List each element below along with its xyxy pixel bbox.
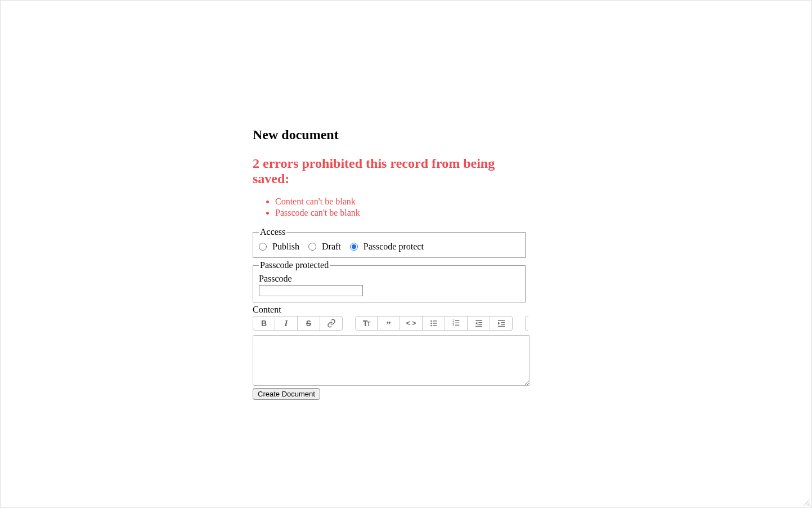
svg-rect-20 xyxy=(498,326,505,327)
italic-button[interactable]: I xyxy=(275,316,298,331)
form-container: New document 2 errors prohibited this re… xyxy=(253,127,531,400)
error-item: Content can't be blank xyxy=(275,197,531,207)
indent-icon xyxy=(497,319,506,328)
svg-rect-18 xyxy=(501,322,505,323)
svg-marker-16 xyxy=(475,322,477,324)
access-legend: Access xyxy=(259,227,286,237)
passcode-legend: Passcode protected xyxy=(259,260,330,270)
access-radio-group: Publish Draft Passcode protect xyxy=(259,240,519,252)
bullet-list-icon xyxy=(429,319,438,328)
link-icon xyxy=(327,319,336,328)
svg-rect-11 xyxy=(455,325,459,326)
bullet-list-button[interactable] xyxy=(423,316,445,331)
bold-icon: B xyxy=(261,319,267,328)
svg-point-4 xyxy=(430,325,432,326)
svg-line-24 xyxy=(808,504,810,506)
svg-rect-7 xyxy=(455,320,459,321)
outdent-button[interactable] xyxy=(468,316,490,331)
svg-rect-5 xyxy=(433,325,437,326)
toolbar-overflow xyxy=(525,316,528,331)
svg-rect-9 xyxy=(455,323,459,323)
svg-rect-13 xyxy=(478,322,482,323)
passcode-fieldset: Passcode protected Passcode xyxy=(253,260,526,302)
svg-rect-14 xyxy=(478,324,482,324)
svg-line-23 xyxy=(806,502,810,506)
svg-marker-21 xyxy=(498,322,500,324)
quote-icon: ” xyxy=(387,322,391,328)
svg-point-0 xyxy=(430,320,432,322)
radio-draft[interactable] xyxy=(308,243,316,251)
svg-rect-17 xyxy=(498,320,505,321)
svg-rect-15 xyxy=(475,326,482,327)
svg-point-2 xyxy=(430,323,432,324)
editor-toolbar: B I S TT ” < > xyxy=(253,316,531,331)
code-button[interactable]: < > xyxy=(400,316,423,331)
numbered-list-button[interactable]: 1 2 3 xyxy=(445,316,468,331)
radio-publish-label[interactable]: Publish xyxy=(272,242,299,252)
link-button[interactable] xyxy=(320,316,343,331)
strikethrough-icon: S xyxy=(306,319,311,328)
content-label: Content xyxy=(253,305,531,315)
passcode-label: Passcode xyxy=(259,274,519,284)
svg-text:3: 3 xyxy=(452,324,454,327)
radio-publish[interactable] xyxy=(259,243,267,251)
code-icon: < > xyxy=(406,319,416,327)
error-list: Content can't be blank Passcode can't be… xyxy=(253,197,531,218)
error-item: Passcode can't be blank xyxy=(275,208,531,218)
error-heading: 2 errors prohibited this record from bei… xyxy=(253,156,531,186)
italic-icon: I xyxy=(285,319,288,328)
strike-button[interactable]: S xyxy=(298,316,320,331)
svg-rect-3 xyxy=(433,323,437,323)
radio-draft-label[interactable]: Draft xyxy=(322,242,341,252)
svg-rect-1 xyxy=(433,320,437,321)
page-title: New document xyxy=(253,127,531,142)
radio-passcode-protect-label[interactable]: Passcode protect xyxy=(364,242,424,252)
passcode-input[interactable] xyxy=(259,285,363,296)
toolbar-group-blocks: TT ” < > 1 2 3 xyxy=(355,316,513,331)
quote-button[interactable]: ” xyxy=(378,316,400,331)
radio-passcode-protect[interactable] xyxy=(350,243,358,251)
svg-rect-12 xyxy=(475,320,482,321)
heading-button[interactable]: TT xyxy=(355,316,378,331)
content-editor[interactable] xyxy=(253,335,530,386)
numbered-list-icon: 1 2 3 xyxy=(452,319,461,328)
indent-button[interactable] xyxy=(490,316,513,331)
create-document-button[interactable]: Create Document xyxy=(253,388,320,400)
svg-rect-19 xyxy=(501,324,505,324)
outdent-icon xyxy=(474,319,483,328)
heading-icon: TT xyxy=(363,319,370,328)
bold-button[interactable]: B xyxy=(253,316,275,331)
resize-handle-icon xyxy=(802,498,810,506)
toolbar-group-formatting: B I S xyxy=(253,316,343,331)
svg-line-22 xyxy=(804,500,810,506)
access-fieldset: Access Publish Draft Passcode protect xyxy=(253,227,526,258)
